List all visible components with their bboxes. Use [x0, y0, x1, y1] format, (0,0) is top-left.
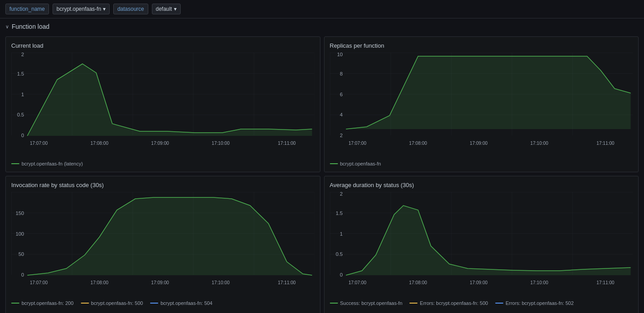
svg-text:2: 2 — [340, 133, 342, 138]
current-load-title: Current load — [11, 42, 315, 49]
svg-text:150: 150 — [16, 210, 24, 216]
svg-text:17:11:00: 17:11:00 — [596, 141, 614, 146]
svg-text:0.5: 0.5 — [17, 112, 24, 117]
avg-duration-legend: Success: bcrypt.openfaas-fn Errors: bcry… — [330, 300, 633, 313]
replicas-title: Replicas per function — [330, 42, 633, 49]
invocation-rate-legend: bcrypt.openfaas-fn: 200 bcrypt.openfaas-… — [11, 300, 315, 306]
svg-text:17:09:00: 17:09:00 — [151, 280, 169, 285]
legend-item-err500: Errors: bcrypt.openfaas-fn: 500 — [409, 300, 488, 306]
replicas-panel: Replicas per function 2 4 6 8 10 — [324, 36, 639, 172]
charts-grid: Current load 0 0.5 1 1.5 2 — [0, 35, 644, 313]
function-load-section[interactable]: ∨ Function load — [0, 18, 644, 35]
svg-text:17:08:00: 17:08:00 — [409, 280, 427, 285]
svg-text:4: 4 — [340, 112, 342, 117]
legend-item: bcrypt.openfaas-fn — [330, 161, 381, 166]
svg-text:0: 0 — [340, 272, 342, 277]
datasource-select[interactable]: default ▾ — [152, 4, 181, 14]
svg-text:0: 0 — [21, 272, 24, 277]
svg-text:100: 100 — [16, 231, 24, 237]
legend-item-success: Success: bcrypt.openfaas-fn — [330, 300, 403, 306]
replicas-legend: bcrypt.openfaas-fn — [330, 161, 633, 166]
svg-text:50: 50 — [18, 251, 24, 257]
legend-item-504: bcrypt.openfaas-fn: 504 — [150, 300, 213, 306]
svg-text:1: 1 — [21, 92, 24, 97]
svg-text:17:11:00: 17:11:00 — [596, 280, 614, 285]
svg-text:17:08:00: 17:08:00 — [409, 141, 427, 146]
svg-text:17:07:00: 17:07:00 — [348, 141, 366, 146]
svg-text:17:10:00: 17:10:00 — [212, 141, 230, 146]
avg-duration-chart: 0 0.5 1 1.5 2 17:07:00 17:08:00 17:09:00… — [330, 192, 633, 297]
svg-text:17:10:00: 17:10:00 — [530, 280, 548, 285]
collapse-icon: ∨ — [5, 24, 9, 30]
chevron-down-icon-2: ▾ — [174, 6, 177, 12]
current-load-panel: Current load 0 0.5 1 1.5 2 — [5, 36, 320, 172]
current-load-legend: bcrypt.openfaas-fn (latency) — [11, 161, 315, 166]
svg-text:17:11:00: 17:11:00 — [278, 280, 296, 285]
svg-text:6: 6 — [340, 92, 342, 97]
avg-duration-title: Average duration by status (30s) — [330, 182, 633, 188]
svg-text:17:08:00: 17:08:00 — [90, 280, 108, 285]
section-title: Function load — [12, 23, 49, 30]
datasource-label: datasource — [113, 4, 148, 14]
invocation-rate-chart: 0 50 100 150 17:07:00 17:08:00 17:09:00 … — [11, 192, 315, 297]
function-name-select[interactable]: bcrypt.openfaas-fn ▾ — [53, 4, 110, 14]
svg-text:17:10:00: 17:10:00 — [212, 280, 230, 285]
chevron-down-icon: ▾ — [103, 6, 106, 12]
svg-text:17:11:00: 17:11:00 — [278, 141, 296, 146]
avg-duration-panel: Average duration by status (30s) 0 0.5 1… — [324, 176, 639, 313]
svg-text:17:07:00: 17:07:00 — [348, 280, 366, 285]
svg-text:2: 2 — [21, 53, 24, 57]
top-bar: function_name bcrypt.openfaas-fn ▾ datas… — [0, 0, 644, 18]
legend-item-err502: Errors: bcrypt.openfaas-fn: 502 — [495, 300, 574, 306]
svg-text:0.5: 0.5 — [335, 251, 342, 257]
svg-text:1.5: 1.5 — [17, 71, 24, 76]
invocation-rate-panel: Invocation rate by status code (30s) 0 5… — [5, 176, 320, 313]
current-load-chart: 0 0.5 1 1.5 2 17:07:00 17:08:00 17:09:00… — [11, 53, 315, 157]
function-name-label: function_name — [5, 4, 49, 14]
svg-text:8: 8 — [340, 71, 342, 76]
invocation-rate-title: Invocation rate by status code (30s) — [11, 182, 315, 188]
svg-text:2: 2 — [340, 192, 342, 197]
svg-text:17:10:00: 17:10:00 — [530, 141, 548, 146]
svg-text:0: 0 — [21, 133, 24, 138]
svg-text:17:08:00: 17:08:00 — [90, 141, 108, 146]
svg-text:1.5: 1.5 — [335, 210, 342, 216]
legend-item-500: bcrypt.openfaas-fn: 500 — [81, 300, 143, 306]
svg-text:17:07:00: 17:07:00 — [30, 280, 48, 285]
svg-text:17:07:00: 17:07:00 — [30, 141, 48, 146]
svg-text:1: 1 — [340, 231, 342, 237]
svg-text:17:09:00: 17:09:00 — [470, 141, 488, 146]
replicas-chart: 2 4 6 8 10 17:07:00 17:08:00 17:09:00 17… — [330, 53, 633, 157]
svg-text:10: 10 — [337, 53, 342, 57]
legend-item-200: bcrypt.openfaas-fn: 200 — [11, 300, 74, 306]
svg-text:17:09:00: 17:09:00 — [470, 280, 488, 285]
svg-text:17:09:00: 17:09:00 — [151, 141, 169, 146]
legend-item: bcrypt.openfaas-fn (latency) — [11, 161, 83, 166]
